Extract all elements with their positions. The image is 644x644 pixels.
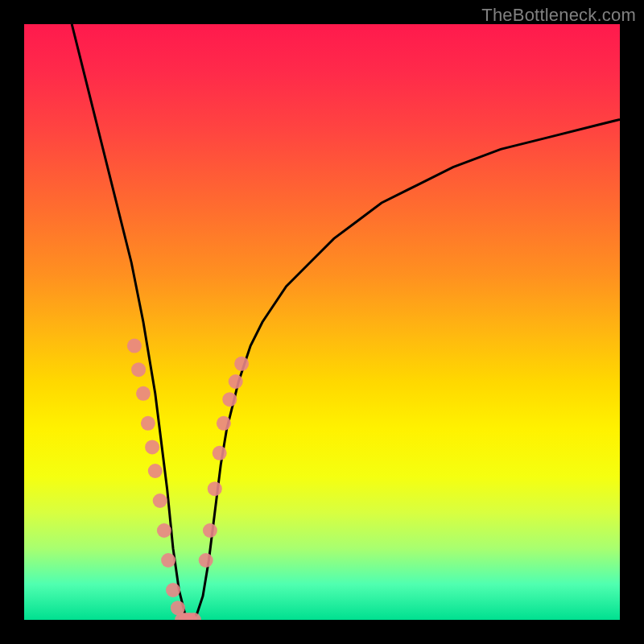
data-dot — [166, 583, 180, 597]
data-dot — [131, 362, 146, 377]
data-dots — [127, 339, 249, 620]
data-dot — [148, 464, 163, 478]
data-dot — [234, 357, 249, 371]
data-dot — [157, 523, 171, 538]
data-dot — [217, 416, 231, 431]
data-dot — [145, 440, 159, 454]
data-dot — [153, 493, 167, 508]
data-dot — [161, 553, 175, 568]
data-dot — [229, 374, 243, 389]
data-dot — [208, 481, 222, 496]
data-dot — [222, 392, 237, 407]
data-dot — [127, 339, 142, 353]
plot-area — [24, 24, 620, 620]
data-dot — [203, 523, 217, 538]
chart-svg — [24, 24, 620, 620]
data-dot — [136, 386, 151, 401]
data-dot — [213, 446, 227, 460]
data-dot — [199, 553, 213, 568]
chart-container: TheBottleneck.com — [0, 0, 644, 644]
data-dot — [141, 416, 155, 431]
watermark-text: TheBottleneck.com — [481, 5, 636, 26]
bottleneck-curve — [72, 24, 620, 620]
